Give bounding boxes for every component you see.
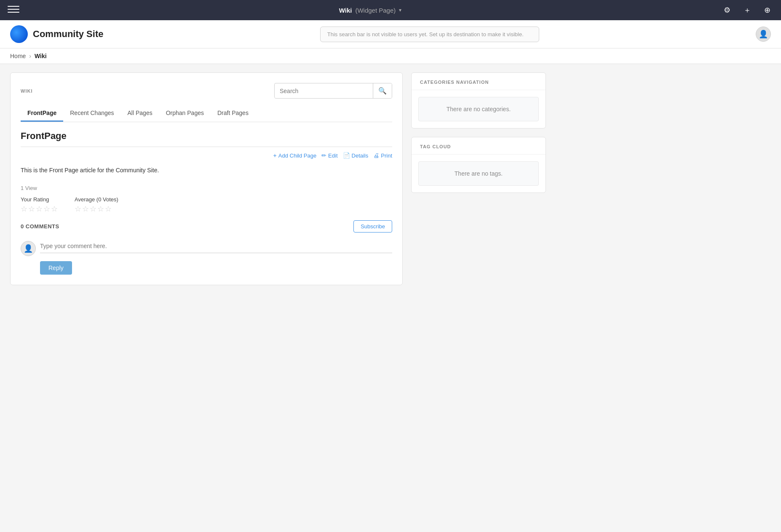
rating-section: Your Rating Average (0 Votes) xyxy=(21,196,392,214)
breadcrumb-home[interactable]: Home xyxy=(10,53,26,59)
star-3[interactable] xyxy=(36,204,43,214)
breadcrumb-current: Wiki xyxy=(35,53,47,59)
settings-button[interactable]: ⚙ xyxy=(720,3,734,17)
user-avatar-button[interactable]: 👤 xyxy=(756,27,771,42)
site-title: Community Site xyxy=(33,29,103,40)
details-icon: 📄 xyxy=(343,152,350,159)
star-5[interactable] xyxy=(51,204,58,214)
star-2[interactable] xyxy=(28,204,35,214)
your-rating-stars[interactable] xyxy=(21,204,58,214)
page-title: FrontPage xyxy=(21,131,392,147)
topbar-widget-label: (Widget Page) xyxy=(355,7,396,14)
wiki-header: WIKI 🔍 xyxy=(21,83,392,99)
details-button[interactable]: 📄 Details xyxy=(343,152,369,159)
hamburger-icon xyxy=(8,6,19,14)
tab-all-pages[interactable]: All Pages xyxy=(121,105,159,122)
tags-section: TAG CLOUD There are no tags. xyxy=(411,137,546,193)
sidebar-toggle-button[interactable] xyxy=(7,3,20,17)
your-rating-label: Your Rating xyxy=(21,196,58,203)
star-1[interactable] xyxy=(21,204,27,214)
main-content: WIKI 🔍 FrontPage Recent Changes All Page… xyxy=(0,64,556,294)
comments-header: 0 COMMENTS Subscribe xyxy=(21,220,392,233)
reply-button[interactable]: Reply xyxy=(40,261,72,275)
page-views: 1 View xyxy=(21,185,392,191)
categories-section: CATEGORIES NAVIGATION There are no categ… xyxy=(411,72,546,128)
average-rating: Average (0 Votes) xyxy=(75,196,118,214)
avg-star-4 xyxy=(97,204,104,214)
tab-frontpage[interactable]: FrontPage xyxy=(21,105,63,122)
wiki-search-button[interactable]: 🔍 xyxy=(373,83,392,98)
add-child-page-button[interactable]: + Add Child Page xyxy=(273,152,317,159)
page-actions: + Add Child Page ✏ Edit 📄 Details 🖨 Prin… xyxy=(21,152,392,159)
comment-input-area: 👤 xyxy=(21,239,392,256)
commenter-avatar: 👤 xyxy=(21,241,36,256)
tab-recent-changes[interactable]: Recent Changes xyxy=(63,105,120,122)
wiki-tabs: FrontPage Recent Changes All Pages Orpha… xyxy=(21,105,392,122)
wiki-search-box: 🔍 xyxy=(274,83,392,99)
site-header: Community Site This search bar is not vi… xyxy=(0,20,781,48)
comment-input[interactable] xyxy=(40,239,392,253)
average-rating-label: Average (0 Votes) xyxy=(75,196,118,203)
comments-count: 0 COMMENTS xyxy=(21,223,59,230)
site-logo: Community Site xyxy=(10,25,103,43)
top-bar-right: ⚙ ＋ ⊕ xyxy=(720,3,774,17)
publish-button[interactable]: ⊕ xyxy=(761,3,774,17)
avg-star-2 xyxy=(82,204,89,214)
topbar-wiki-title: Wiki xyxy=(339,7,352,14)
top-bar-left xyxy=(7,3,20,17)
print-button[interactable]: 🖨 Print xyxy=(373,152,392,159)
avg-star-5 xyxy=(105,204,112,214)
breadcrumb-separator: › xyxy=(29,53,31,59)
avg-star-3 xyxy=(90,204,96,214)
average-rating-stars xyxy=(75,204,118,214)
top-bar-center: Wiki (Widget Page) ▾ xyxy=(339,7,402,14)
top-bar: Wiki (Widget Page) ▾ ⚙ ＋ ⊕ xyxy=(0,0,781,20)
edit-button[interactable]: ✏ Edit xyxy=(321,152,337,159)
add-button[interactable]: ＋ xyxy=(741,3,754,17)
page-body: This is the Front Page article for the C… xyxy=(21,166,392,175)
breadcrumb: Home › Wiki xyxy=(0,48,781,64)
star-4[interactable] xyxy=(43,204,50,214)
your-rating: Your Rating xyxy=(21,196,58,214)
wiki-search-input[interactable] xyxy=(275,84,373,98)
add-icon: + xyxy=(273,152,277,159)
print-icon: 🖨 xyxy=(373,152,379,159)
search-bar-placeholder[interactable]: This search bar is not visible to users … xyxy=(320,27,539,42)
avg-star-1 xyxy=(75,204,81,214)
tab-draft-pages[interactable]: Draft Pages xyxy=(211,105,255,122)
edit-icon: ✏ xyxy=(321,152,326,159)
categories-empty: There are no categories. xyxy=(418,97,539,121)
categories-title: CATEGORIES NAVIGATION xyxy=(412,73,546,90)
right-sidebar: CATEGORIES NAVIGATION There are no categ… xyxy=(411,72,546,285)
tags-title: TAG CLOUD xyxy=(412,137,546,155)
chevron-down-icon[interactable]: ▾ xyxy=(399,7,401,13)
tags-empty: There are no tags. xyxy=(418,161,539,186)
wiki-panel: WIKI 🔍 FrontPage Recent Changes All Page… xyxy=(10,72,403,285)
wiki-label: WIKI xyxy=(21,88,32,94)
logo-icon xyxy=(10,25,28,43)
tab-orphan-pages[interactable]: Orphan Pages xyxy=(159,105,211,122)
subscribe-button[interactable]: Subscribe xyxy=(353,220,392,233)
